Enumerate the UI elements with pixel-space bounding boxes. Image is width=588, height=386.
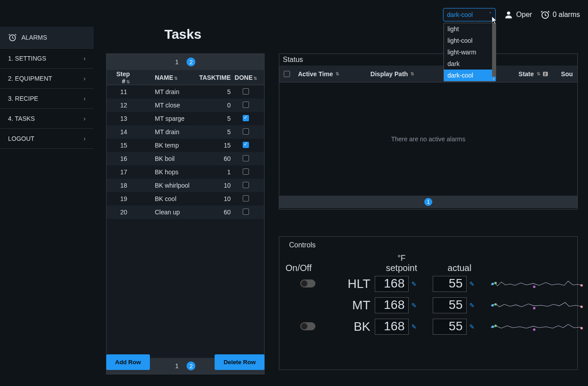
- alarms-indicator[interactable]: 0 alarms: [540, 10, 580, 20]
- setpoint-value[interactable]: 168: [375, 319, 409, 335]
- scrollbar-track[interactable]: [492, 23, 496, 77]
- status-header-state[interactable]: State⇅2: [518, 70, 547, 78]
- done-checkbox[interactable]: [243, 142, 249, 148]
- cell-done[interactable]: [233, 168, 258, 176]
- status-header-active-time[interactable]: Active Time⇅: [298, 70, 339, 78]
- cell-done[interactable]: [233, 115, 258, 123]
- status-page-1[interactable]: 1: [424, 198, 432, 206]
- theme-select[interactable]: dark-cool ˄ lightlight-coollight-warmdar…: [443, 8, 496, 21]
- theme-option-light-cool[interactable]: light-cool: [444, 35, 496, 46]
- controls-panel: Controls °F On/Off setpoint actual HLT16…: [279, 236, 578, 370]
- person-icon: [504, 10, 513, 20]
- cell-done[interactable]: [233, 182, 258, 189]
- theme-option-dark-cool[interactable]: dark-cool: [444, 70, 496, 81]
- pencil-icon[interactable]: ✎: [469, 280, 475, 287]
- cell-done[interactable]: [233, 88, 258, 96]
- user-label: Oper: [516, 11, 532, 19]
- table-row[interactable]: 11MT drain5: [107, 85, 264, 99]
- theme-option-light-warm[interactable]: light-warm: [444, 46, 496, 58]
- table-row[interactable]: 17BK hops1: [107, 165, 264, 179]
- cell-tasktime: 5: [196, 128, 233, 136]
- tasks-panel: 12 Step #⇅ NAME⇅ TASKTIME DONE⇅ 11MT dra…: [106, 53, 265, 374]
- pencil-icon[interactable]: ✎: [411, 280, 417, 287]
- sidebar-item-3[interactable]: 4. TASKS›: [0, 109, 94, 129]
- select-all-checkbox[interactable]: [284, 71, 290, 77]
- control-row-bk: BK168✎55✎: [286, 316, 571, 337]
- add-row-button[interactable]: Add Row: [106, 354, 150, 370]
- done-checkbox[interactable]: [243, 88, 249, 94]
- chevron-right-icon: ›: [83, 95, 86, 102]
- onoff-toggle[interactable]: [300, 322, 315, 330]
- status-header-display-path[interactable]: Display Path⇅: [370, 70, 414, 78]
- sort-icon: ⇅: [126, 79, 130, 84]
- done-checkbox[interactable]: [243, 168, 249, 175]
- cell-name: BK temp: [133, 142, 196, 149]
- done-checkbox[interactable]: [243, 209, 249, 215]
- svg-point-13: [533, 329, 535, 331]
- table-row[interactable]: 16BK boil60: [107, 152, 264, 165]
- cell-name: MT close: [133, 102, 196, 109]
- tasks-header-done[interactable]: DONE⇅: [233, 74, 258, 81]
- control-label: HLT: [335, 277, 370, 291]
- page-2[interactable]: 2: [186, 57, 195, 66]
- done-checkbox[interactable]: [243, 155, 249, 161]
- user-indicator[interactable]: Oper: [504, 10, 532, 20]
- alarm-clock-icon: [540, 10, 550, 20]
- sidebar-item-0[interactable]: 1. SETTINGS›: [0, 49, 94, 69]
- svg-point-5: [533, 286, 535, 288]
- tasks-header-name[interactable]: NAME⇅: [133, 74, 196, 81]
- cell-tasktime: 1: [196, 168, 233, 176]
- done-checkbox[interactable]: [243, 182, 249, 188]
- table-row[interactable]: 19BK cool10: [107, 192, 264, 205]
- pencil-icon[interactable]: ✎: [469, 302, 475, 309]
- table-row[interactable]: 13MT sparge5: [107, 112, 264, 125]
- cell-step: 16: [107, 155, 133, 162]
- cell-step: 17: [107, 168, 133, 176]
- table-row[interactable]: 12MT close0: [107, 99, 264, 112]
- sidebar-item-4[interactable]: LOGOUT›: [0, 129, 94, 149]
- done-checkbox[interactable]: [243, 115, 249, 121]
- chevron-right-icon: ›: [83, 55, 86, 62]
- cell-done[interactable]: [233, 102, 258, 109]
- sidebar-item-label: 4. TASKS: [8, 115, 35, 122]
- actual-value[interactable]: 55: [433, 297, 467, 313]
- table-row[interactable]: 20Clean up60: [107, 205, 264, 219]
- cell-done[interactable]: [233, 128, 258, 136]
- sidebar-header-alarms[interactable]: ALARMS: [0, 27, 94, 49]
- cell-done[interactable]: [233, 142, 258, 149]
- cell-done[interactable]: [233, 195, 258, 203]
- done-checkbox[interactable]: [243, 195, 249, 201]
- sidebar-item-1[interactable]: 2. EQUIPMENT›: [0, 69, 94, 89]
- sidebar-item-2[interactable]: 3. RECIPE›: [0, 89, 94, 109]
- pencil-icon[interactable]: ✎: [411, 323, 417, 330]
- theme-option-light[interactable]: light: [444, 23, 496, 35]
- cell-name: BK hops: [133, 168, 196, 176]
- svg-point-8: [494, 303, 497, 305]
- delete-row-button[interactable]: Delete Row: [215, 354, 265, 370]
- setpoint-value[interactable]: 168: [375, 276, 409, 292]
- actual-value[interactable]: 55: [433, 319, 467, 335]
- tasks-header-tasktime[interactable]: TASKTIME: [196, 74, 233, 81]
- controls-header-actual: actual: [433, 263, 486, 273]
- table-row[interactable]: 14MT drain5: [107, 125, 264, 139]
- pencil-icon[interactable]: ✎: [469, 323, 475, 330]
- cell-done[interactable]: [233, 155, 258, 163]
- status-pager: 1: [279, 196, 577, 208]
- done-checkbox[interactable]: [243, 102, 249, 108]
- table-row[interactable]: 15BK temp15: [107, 139, 264, 152]
- actual-value[interactable]: 55: [433, 276, 467, 292]
- pencil-icon[interactable]: ✎: [411, 302, 417, 309]
- status-table-header: Active Time⇅ Display Path⇅ State⇅2 Sou: [279, 66, 577, 82]
- cell-tasktime: 60: [196, 209, 233, 216]
- cell-step: 14: [107, 128, 133, 136]
- status-header-source[interactable]: Sou: [561, 70, 573, 78]
- onoff-toggle[interactable]: [300, 279, 315, 287]
- table-row[interactable]: 18BK whirlpool10: [107, 179, 264, 192]
- cell-done[interactable]: [233, 209, 258, 216]
- chevron-down-icon[interactable]: ▾: [491, 77, 496, 81]
- tasks-header-step[interactable]: Step #⇅: [107, 70, 133, 85]
- page-1[interactable]: 1: [175, 58, 179, 66]
- setpoint-value[interactable]: 168: [375, 297, 409, 313]
- done-checkbox[interactable]: [243, 128, 249, 135]
- theme-option-dark[interactable]: dark: [444, 58, 496, 70]
